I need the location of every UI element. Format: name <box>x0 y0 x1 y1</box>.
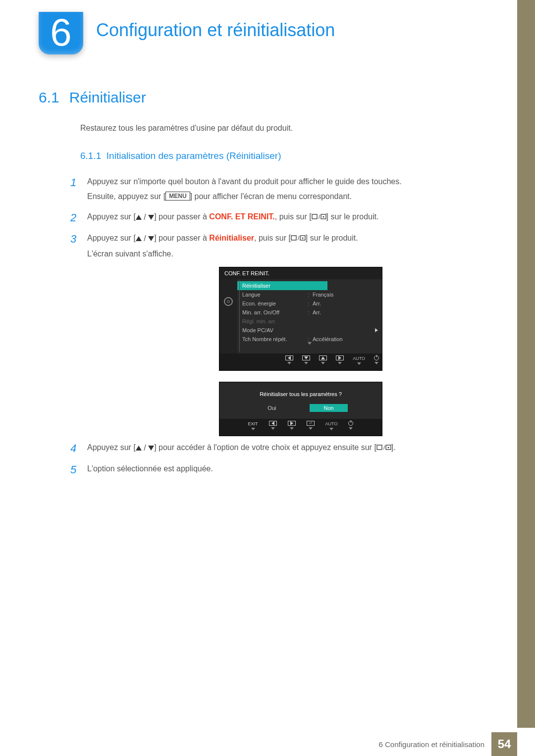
step-4-b: ] pour accéder à l'option de votre choix… <box>154 443 376 452</box>
nav-auto-label: AUTO <box>353 355 365 365</box>
osd-row-modepc: Mode PC/AV <box>237 326 382 335</box>
step-1-text-b-b: ] pour afficher l'écran de menu correspo… <box>190 192 352 201</box>
osd-row-label: Tch Nombre répét. <box>242 336 308 342</box>
enter-source-icon: / <box>291 232 306 247</box>
svg-rect-3 <box>291 236 296 240</box>
step-2: 2 Appuyez sur [ / ] pour passer à CONF. … <box>70 209 484 226</box>
svg-text:/: / <box>319 214 321 220</box>
step-number: 3 <box>70 231 78 247</box>
section-intro: Restaurez tous les paramètres d'usine pa… <box>80 124 484 133</box>
step-number: 2 <box>70 209 78 226</box>
osd-nav-bar: AUTO <box>219 353 382 370</box>
step-5-text: L'option sélectionnée est appliquée. <box>87 461 213 476</box>
osd-confirm-question: Réinitialiser tous les paramètres ? <box>219 382 382 404</box>
step-1: 1 Appuyez sur n'importe quel bouton à l'… <box>70 174 484 204</box>
osd-row-label: Réinitialiser <box>242 283 323 289</box>
section-name: Réinitialiser <box>69 89 146 105</box>
step-2-c: , puis sur [ <box>275 212 312 221</box>
step-3-e: L'écran suivant s'affiche. <box>87 250 173 258</box>
osd-confirm-dialog: Réinitialiser tous les paramètres ? Oui … <box>219 382 382 436</box>
osd-row-label: Econ. énergie <box>242 301 308 306</box>
step-number: 4 <box>70 440 78 456</box>
osd-confirm-no: Non <box>310 404 347 412</box>
step-3-a: Appuyez sur [ <box>87 234 136 242</box>
svg-rect-6 <box>377 445 382 450</box>
side-stripe <box>517 0 535 728</box>
step-number: 1 <box>70 174 78 191</box>
osd-menu-group: CONF. ET REINIT. Réinitialiser Langue : <box>219 267 484 436</box>
osd-row-reglmin: Régl. min. arr. <box>237 317 382 326</box>
step-3-highlight: Réinitialiser <box>209 234 254 242</box>
step-3-c: , puis sur [ <box>254 234 291 242</box>
subsection-name: Initialisation des paramètres (Réinitial… <box>107 151 281 161</box>
section-number: 6.1 <box>39 89 59 105</box>
step-1-text-a: Appuyez sur n'importe quel bouton à l'av… <box>87 177 402 186</box>
svg-text:/: / <box>383 445 385 451</box>
content: 6.1Réinitialiser Restaurez tous les para… <box>39 89 484 483</box>
up-down-icon: / <box>136 441 154 455</box>
subsection-number: 6.1.1 <box>80 151 101 161</box>
osd-row-econ: Econ. énergie : Arr. <box>237 299 382 308</box>
osd-row-label: Mode PC/AV <box>242 327 306 333</box>
svg-text:/: / <box>298 235 300 241</box>
nav-right-icon <box>336 355 344 365</box>
svg-rect-0 <box>312 214 317 219</box>
nav-exit-label: EXIT <box>248 421 258 431</box>
osd-row-value: Arr. <box>313 309 378 315</box>
enter-source-icon: / <box>312 210 326 225</box>
osd-row-label: Min. arr. On/Off <box>242 309 308 315</box>
chapter-title: Configuration et réinitialisation <box>96 20 335 41</box>
step-3-b: ] pour passer à <box>154 234 209 242</box>
chapter-number-badge: 6 <box>39 12 83 54</box>
osd-row-reinitialiser: Réinitialiser <box>237 281 327 290</box>
step-2-a: Appuyez sur [ <box>87 212 136 221</box>
footer-page-number: 54 <box>491 732 517 756</box>
footer: 6 Configuration et réinitialisation 54 <box>379 732 517 756</box>
step-2-highlight: CONF. ET REINIT. <box>209 212 274 221</box>
osd-row-label: Langue <box>242 292 308 298</box>
osd-row-value: Accélération <box>313 336 378 342</box>
osd-list: Réinitialiser Langue : Français Econ. én… <box>237 279 382 353</box>
step-3: 3 Appuyez sur [ / ] pour passer à Réinit… <box>70 231 484 262</box>
osd-icon-column <box>219 279 237 353</box>
submenu-arrow-icon <box>375 328 378 332</box>
step-2-b: ] pour passer à <box>154 212 209 221</box>
osd-row-langue: Langue : Français <box>237 290 382 299</box>
menu-key-icon: MENU <box>165 192 190 201</box>
osd-row-value: Arr. <box>313 301 378 306</box>
osd-row-label: Régl. min. arr. <box>242 318 378 324</box>
enter-source-icon: / <box>376 441 391 456</box>
osd-row-minarr: Min. arr. On/Off : Arr. <box>237 308 382 317</box>
step-5: 5 L'option sélectionnée est appliquée. <box>70 461 484 478</box>
nav-left-icon <box>285 355 293 365</box>
osd-confirm-yes: Oui <box>254 404 290 412</box>
footer-chapter-label: 6 Configuration et réinitialisation <box>379 740 484 749</box>
step-3-d: ] sur le produit. <box>306 234 358 242</box>
scroll-down-icon <box>308 342 312 351</box>
steps-list: 1 Appuyez sur n'importe quel bouton à l'… <box>70 174 484 478</box>
gear-icon <box>224 297 233 306</box>
nav-right-icon <box>288 421 296 431</box>
step-4-a: Appuyez sur [ <box>87 443 136 452</box>
step-4-c: ]. <box>391 443 396 452</box>
nav-left-icon <box>269 421 277 431</box>
up-down-icon: / <box>136 210 154 225</box>
osd-confirm-nav: EXIT ⏎ AUTO <box>219 419 382 436</box>
step-2-d: ] sur le produit. <box>326 212 379 221</box>
nav-down-icon <box>302 355 310 365</box>
osd-menu: CONF. ET REINIT. Réinitialiser Langue : <box>219 267 382 371</box>
osd-row-value: Français <box>313 292 378 298</box>
step-1-text-b-a: Ensuite, appuyez sur [ <box>87 192 165 201</box>
up-down-icon: / <box>136 231 154 246</box>
section-title: 6.1Réinitialiser <box>39 89 484 106</box>
nav-enter-icon: ⏎ <box>307 421 315 431</box>
step-4: 4 Appuyez sur [ / ] pour accéder à l'opt… <box>70 440 484 456</box>
osd-menu-title: CONF. ET REINIT. <box>219 267 382 279</box>
nav-up-icon <box>319 355 327 365</box>
nav-power-icon <box>374 355 379 365</box>
nav-auto-label: AUTO <box>325 421 338 431</box>
step-number: 5 <box>70 461 78 478</box>
nav-power-icon <box>348 421 353 431</box>
subsection-title: 6.1.1 Initialisation des paramètres (Réi… <box>80 151 484 161</box>
